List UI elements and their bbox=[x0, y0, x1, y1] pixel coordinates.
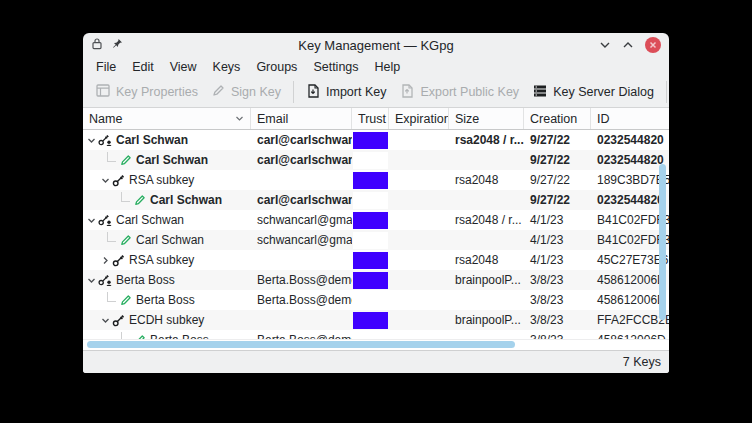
sort-indicator-icon bbox=[235, 115, 244, 122]
table-row[interactable]: ECDH subkey brainpoolP... 3/8/23 FFA2FCC… bbox=[83, 310, 669, 330]
table-row[interactable]: RSA subkey rsa2048 9/27/22 189C3BD7B5 bbox=[83, 170, 669, 190]
close-icon[interactable] bbox=[645, 37, 661, 53]
menu-settings[interactable]: Settings bbox=[305, 58, 366, 76]
id-cell: FFA2FCCB2E bbox=[591, 310, 669, 330]
column-header-email[interactable]: Email bbox=[251, 108, 352, 129]
email-cell: schwancarl@gmail... bbox=[251, 230, 352, 250]
name-cell: Berta Boss bbox=[83, 270, 251, 290]
name-cell: RSA subkey bbox=[83, 170, 251, 190]
table-rows: Carl Schwan carl@carlschwan.... rsa2048 … bbox=[83, 130, 669, 339]
import-key-button[interactable]: Import Key bbox=[299, 80, 393, 105]
trust-indicator bbox=[353, 312, 388, 329]
key-name: Carl Schwan bbox=[116, 213, 184, 227]
key-name: Carl Schwan bbox=[136, 233, 204, 247]
id-cell: 458612006D bbox=[591, 290, 669, 310]
expander-down-icon[interactable] bbox=[87, 136, 98, 145]
email-cell: carl@carlschwan.... bbox=[251, 190, 352, 210]
vertical-scrollbar[interactable] bbox=[659, 164, 666, 320]
trust-cell bbox=[352, 150, 389, 170]
creation-cell: 9/27/22 bbox=[524, 150, 591, 170]
table-row[interactable]: Carl Schwan carl@carlschwan.... 9/27/22 … bbox=[83, 150, 669, 170]
kgpg-window: Key Management — KGpg File Edit View Key… bbox=[83, 33, 669, 373]
key-name: RSA subkey bbox=[129, 253, 194, 267]
id-cell: 45C27E73E6 bbox=[591, 250, 669, 270]
name-cell: Carl Schwan bbox=[83, 130, 251, 150]
creation-cell: 4/1/23 bbox=[524, 230, 591, 250]
key-properties-button[interactable]: Key Properties bbox=[89, 80, 205, 104]
creation-cell: 9/27/22 bbox=[524, 130, 591, 150]
key-name: Berta Boss bbox=[116, 273, 175, 287]
table-row[interactable]: Berta Boss Berta.Boss@demo... 3/8/23 458… bbox=[83, 290, 669, 310]
key-properties-label: Key Properties bbox=[116, 85, 198, 99]
table-row[interactable]: Berta Boss Berta.Boss@demo... brainpoolP… bbox=[83, 270, 669, 290]
expiration-cell bbox=[389, 330, 449, 339]
trust-cell bbox=[352, 230, 389, 250]
table-row[interactable]: Carl Schwan schwancarl@gmail... rsa2048 … bbox=[83, 210, 669, 230]
maximize-icon[interactable] bbox=[622, 38, 634, 52]
menu-groups[interactable]: Groups bbox=[248, 58, 305, 76]
expiration-cell bbox=[389, 210, 449, 230]
toolbar-separator bbox=[666, 81, 667, 103]
trust-indicator bbox=[353, 152, 388, 169]
menu-keys[interactable]: Keys bbox=[205, 58, 249, 76]
email-cell: Berta.Boss@demo... bbox=[251, 290, 352, 310]
expander-right-icon[interactable] bbox=[101, 256, 112, 265]
trust-indicator bbox=[353, 332, 388, 339]
key-server-dialog-button[interactable]: Key Server Dialog bbox=[526, 81, 661, 104]
export-public-key-button[interactable]: Export Public Key bbox=[393, 80, 526, 105]
toolbar-separator bbox=[293, 81, 294, 103]
sign-key-label: Sign Key bbox=[231, 85, 281, 99]
expander-down-icon[interactable] bbox=[101, 316, 112, 325]
menu-help[interactable]: Help bbox=[367, 58, 409, 76]
creation-cell: 3/8/23 bbox=[524, 270, 591, 290]
horizontal-scrollbar-thumb[interactable] bbox=[87, 341, 515, 348]
size-cell: brainpoolP... bbox=[449, 310, 524, 330]
tree-elbow bbox=[107, 292, 116, 302]
name-cell: Carl Schwan bbox=[83, 230, 251, 250]
column-header-creation[interactable]: Creation bbox=[524, 108, 591, 129]
titlebar[interactable]: Key Management — KGpg bbox=[83, 33, 669, 57]
sign-key-button[interactable]: Sign Key bbox=[205, 80, 288, 104]
table-row[interactable]: RSA subkey rsa2048 4/1/23 45C27E73E6 bbox=[83, 250, 669, 270]
column-header-expiration[interactable]: Expiration bbox=[389, 108, 449, 129]
table-row[interactable]: Berta Boss Berta.Boss@demo... 3/8/23 458… bbox=[83, 330, 669, 339]
sign-key-pen-icon bbox=[212, 84, 225, 100]
id-cell: 0232544820 bbox=[591, 190, 669, 210]
email-cell bbox=[251, 170, 352, 190]
key-icon bbox=[112, 174, 125, 187]
menu-view[interactable]: View bbox=[162, 58, 205, 76]
column-header-name[interactable]: Name bbox=[83, 108, 251, 129]
horizontal-scrollbar-track[interactable] bbox=[83, 339, 669, 350]
size-cell bbox=[449, 190, 524, 210]
table-row[interactable]: Carl Schwan carl@carlschwan.... rsa2048 … bbox=[83, 130, 669, 150]
column-header-trust[interactable]: Trust bbox=[352, 108, 389, 129]
email-cell: schwancarl@gmail... bbox=[251, 210, 352, 230]
expander-down-icon[interactable] bbox=[87, 276, 98, 285]
table-row[interactable]: Carl Schwan carl@carlschwan.... 9/27/22 … bbox=[83, 190, 669, 210]
expiration-cell bbox=[389, 270, 449, 290]
menubar: File Edit View Keys Groups Settings Help bbox=[83, 57, 669, 77]
expander-down-icon[interactable] bbox=[87, 216, 98, 225]
column-header-size[interactable]: Size bbox=[449, 108, 524, 129]
app-lock-icon[interactable] bbox=[91, 37, 103, 53]
menu-edit[interactable]: Edit bbox=[124, 58, 162, 76]
minimize-icon[interactable] bbox=[599, 38, 611, 52]
id-cell: 458612006D bbox=[591, 270, 669, 290]
creation-cell: 4/1/23 bbox=[524, 210, 591, 230]
column-header-id[interactable]: ID bbox=[591, 108, 669, 129]
trust-indicator bbox=[353, 172, 388, 189]
id-cell: 0232544820 bbox=[591, 150, 669, 170]
uid-pencil-icon bbox=[120, 294, 132, 306]
trust-cell bbox=[352, 330, 389, 339]
menu-file[interactable]: File bbox=[88, 58, 124, 76]
size-cell: rsa2048 / r... bbox=[449, 210, 524, 230]
id-cell: 189C3BD7B5 bbox=[591, 170, 669, 190]
expiration-cell bbox=[389, 150, 449, 170]
expiration-cell bbox=[389, 290, 449, 310]
pin-icon[interactable] bbox=[112, 38, 123, 52]
expander-down-icon[interactable] bbox=[101, 176, 112, 185]
trust-indicator bbox=[353, 132, 388, 149]
table-row[interactable]: Carl Schwan schwancarl@gmail... 4/1/23 B… bbox=[83, 230, 669, 250]
key-name: Carl Schwan bbox=[136, 153, 208, 167]
key-server-dialog-label: Key Server Dialog bbox=[553, 85, 654, 99]
